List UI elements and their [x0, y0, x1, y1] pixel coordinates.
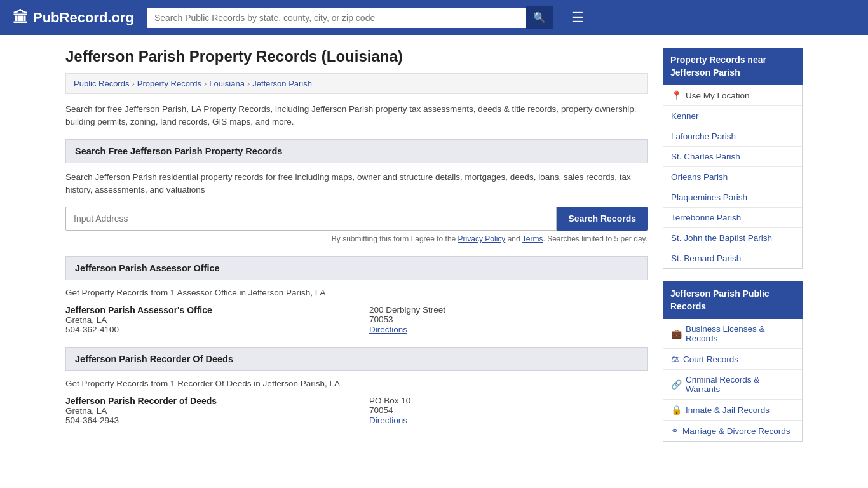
nearby-records-box: Property Records near Jefferson Parish 📍…: [663, 48, 803, 269]
recorder-office-city: Gretna, LA: [65, 406, 344, 416]
court-link[interactable]: ⚖ Court Records: [663, 349, 802, 369]
form-note: By submitting this form I agree to the P…: [65, 234, 648, 243]
list-item-stcharles[interactable]: St. Charles Parish: [663, 147, 802, 167]
orleans-link[interactable]: Orleans Parish: [663, 167, 802, 187]
terrebonne-link[interactable]: Terrebonne Parish: [663, 208, 802, 227]
plaquemines-link[interactable]: Plaquemines Parish: [663, 187, 802, 207]
assessor-office-name: Jefferson Parish Assessor's Office: [65, 305, 344, 315]
address-input[interactable]: [65, 207, 557, 231]
header-search-button[interactable]: 🔍: [526, 6, 553, 29]
criminal-link[interactable]: 🔗 Criminal Records & Warrants: [663, 370, 802, 399]
list-item-criminal[interactable]: 🔗 Criminal Records & Warrants: [663, 370, 802, 400]
list-item-stbernard[interactable]: St. Bernard Parish: [663, 248, 802, 268]
intro-text: Search for free Jefferson Parish, LA Pro…: [65, 103, 648, 129]
breadcrumb-jefferson-parish[interactable]: Jefferson Parish: [252, 79, 312, 88]
main-wrapper: Jefferson Parish Property Records (Louis…: [53, 35, 815, 467]
recorder-office-zip: 70054: [369, 405, 648, 415]
marriage-link[interactable]: ⚭ Marriage & Divorce Records: [663, 421, 802, 441]
list-item-lafourche[interactable]: Lafourche Parish: [663, 126, 802, 147]
list-item-stjohn[interactable]: St. John the Baptist Parish: [663, 228, 802, 248]
recorder-office-address: PO Box 10: [369, 396, 648, 405]
recorder-office-entry: Jefferson Parish Recorder of Deeds Gretn…: [65, 396, 648, 425]
search-icon: 🔍: [533, 12, 546, 23]
stbernard-link[interactable]: St. Bernard Parish: [663, 248, 802, 268]
content-area: Jefferson Parish Property Records (Louis…: [65, 48, 648, 454]
header-search-container: 🔍: [147, 6, 553, 29]
list-item-plaquemines[interactable]: Plaquemines Parish: [663, 187, 802, 208]
lafourche-link[interactable]: Lafourche Parish: [663, 126, 802, 146]
form-note-text: By submitting this form I agree to the: [332, 234, 456, 243]
assessor-office-columns: Jefferson Parish Assessor's Office Gretn…: [65, 305, 648, 334]
recorder-col-left: Jefferson Parish Recorder of Deeds Gretn…: [65, 396, 344, 425]
list-item-terrebonne[interactable]: Terrebonne Parish: [663, 208, 802, 228]
breadcrumb-property-records[interactable]: Property Records: [137, 79, 201, 88]
search-form-area: Search Records By submitting this form I…: [65, 207, 648, 243]
assessor-directions-link[interactable]: Directions: [369, 325, 407, 334]
recorder-desc: Get Property Records from 1 Recorder Of …: [65, 379, 648, 388]
inmate-icon: 🔒: [671, 405, 682, 415]
site-header: 🏛 PubRecord.org 🔍 ☰: [0, 0, 868, 35]
privacy-policy-link[interactable]: Privacy Policy: [458, 234, 506, 243]
business-link[interactable]: 💼 Business Licenses & Records: [663, 319, 802, 348]
logo-text: PubRecord.org: [33, 10, 134, 26]
list-item-court[interactable]: ⚖ Court Records: [663, 349, 802, 370]
criminal-label: Criminal Records & Warrants: [686, 375, 794, 394]
assessor-section-header: Jefferson Parish Assessor Office: [65, 256, 648, 280]
list-item-business[interactable]: 💼 Business Licenses & Records: [663, 319, 802, 349]
assessor-desc: Get Property Records from 1 Assessor Off…: [65, 288, 648, 297]
list-item-use-location[interactable]: 📍 Use My Location: [663, 85, 802, 106]
stcharles-link[interactable]: St. Charles Parish: [663, 147, 802, 166]
business-icon: 💼: [671, 329, 682, 339]
list-item-inmate[interactable]: 🔒 Inmate & Jail Records: [663, 400, 802, 421]
header-search-input[interactable]: [147, 8, 526, 28]
nearby-records-list: 📍 Use My Location Kenner Lafourche Paris…: [663, 85, 803, 269]
recorder-col-right: PO Box 10 70054 Directions: [369, 396, 648, 425]
court-icon: ⚖: [671, 354, 679, 364]
stjohn-link[interactable]: St. John the Baptist Parish: [663, 228, 802, 248]
search-section-desc: Search Jefferson Parish residential prop…: [65, 171, 648, 197]
list-item-orleans[interactable]: Orleans Parish: [663, 167, 802, 187]
logo[interactable]: 🏛 PubRecord.org: [13, 9, 134, 27]
recorder-section-header: Jefferson Parish Recorder Of Deeds: [65, 347, 648, 371]
public-records-box: Jefferson Parish Public Records 💼 Busine…: [663, 281, 803, 442]
assessor-office-zip: 70053: [369, 315, 648, 324]
page-title: Jefferson Parish Property Records (Louis…: [65, 48, 648, 65]
breadcrumb-louisiana[interactable]: Louisiana: [209, 79, 245, 88]
breadcrumb-sep-3: ›: [247, 79, 250, 88]
kenner-link[interactable]: Kenner: [663, 106, 802, 126]
assessor-col-left: Jefferson Parish Assessor's Office Gretn…: [65, 305, 344, 334]
breadcrumb: Public Records › Property Records › Loui…: [65, 73, 648, 94]
marriage-icon: ⚭: [671, 426, 679, 436]
assessor-office-phone: 504-362-4100: [65, 325, 344, 334]
list-item-marriage[interactable]: ⚭ Marriage & Divorce Records: [663, 421, 802, 441]
search-section: Search Free Jefferson Parish Property Re…: [65, 139, 648, 244]
logo-icon: 🏛: [13, 9, 28, 27]
location-icon: 📍: [671, 90, 682, 100]
assessor-office-address: 200 Derbigny Street: [369, 305, 648, 315]
nearby-records-header: Property Records near Jefferson Parish: [663, 48, 803, 85]
inmate-label: Inmate & Jail Records: [686, 405, 770, 415]
menu-button[interactable]: ☰: [571, 10, 584, 26]
recorder-section: Jefferson Parish Recorder Of Deeds Get P…: [65, 347, 648, 425]
recorder-office-name: Jefferson Parish Recorder of Deeds: [65, 396, 344, 406]
inmate-link[interactable]: 🔒 Inmate & Jail Records: [663, 400, 802, 420]
marriage-label: Marriage & Divorce Records: [682, 426, 790, 436]
search-section-header: Search Free Jefferson Parish Property Re…: [65, 139, 648, 163]
recorder-office-phone: 504-364-2943: [65, 416, 344, 425]
breadcrumb-sep-2: ›: [204, 79, 207, 88]
search-records-button[interactable]: Search Records: [557, 207, 648, 231]
list-item-kenner[interactable]: Kenner: [663, 106, 802, 126]
recorder-directions-link[interactable]: Directions: [369, 416, 407, 425]
terms-link[interactable]: Terms: [522, 234, 543, 243]
public-records-list: 💼 Business Licenses & Records ⚖ Court Re…: [663, 319, 803, 442]
business-label: Business Licenses & Records: [686, 324, 794, 343]
assessor-office-city: Gretna, LA: [65, 315, 344, 325]
criminal-icon: 🔗: [671, 379, 682, 390]
sidebar: Property Records near Jefferson Parish 📍…: [663, 48, 803, 454]
use-location-label: Use My Location: [686, 91, 750, 100]
breadcrumb-sep-1: ›: [132, 79, 134, 88]
form-note-and: and: [508, 234, 520, 243]
assessor-section: Jefferson Parish Assessor Office Get Pro…: [65, 256, 648, 334]
breadcrumb-public-records[interactable]: Public Records: [74, 79, 129, 88]
use-location-link[interactable]: 📍 Use My Location: [663, 85, 802, 105]
